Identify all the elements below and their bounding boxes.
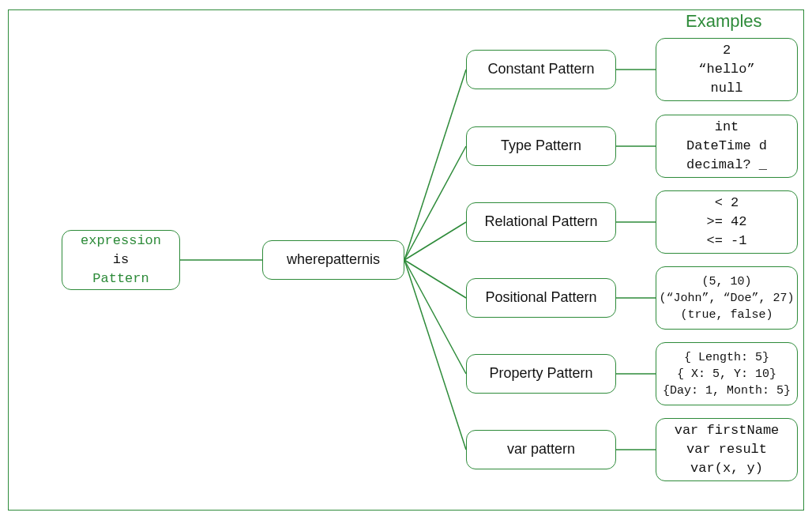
example-line: { X: 5, Y: 10} <box>677 366 776 382</box>
example-relational: < 2 >= 42 <= -1 <box>656 190 798 254</box>
pattern-label: Relational Pattern <box>484 212 597 232</box>
middle-post: is <box>370 250 380 269</box>
example-line: decimal? _ <box>686 156 767 175</box>
example-line: null <box>711 79 743 98</box>
middle-pre: where <box>287 250 325 269</box>
middle-em: pattern <box>325 250 370 269</box>
example-line: {Day: 1, Month: 5} <box>663 382 791 399</box>
example-line: (5, 10) <box>701 273 751 290</box>
pattern-positional: Positional Pattern <box>466 278 616 318</box>
example-line: var result <box>686 440 767 459</box>
example-var: var firstName var result var(x, y) <box>656 418 798 481</box>
example-line: DateTime d <box>686 137 767 156</box>
example-line: <= -1 <box>706 232 746 251</box>
root-expression: expression <box>81 232 161 251</box>
example-line: < 2 <box>715 194 739 213</box>
pattern-label: var pattern <box>507 439 575 459</box>
example-line: 2 <box>723 41 731 60</box>
pattern-relational: Relational Pattern <box>466 202 616 242</box>
root-box: expression is Pattern <box>62 230 180 290</box>
example-line: (true, false) <box>680 307 773 323</box>
pattern-label: Type Pattern <box>501 136 581 156</box>
example-property: { Length: 5} { X: 5, Y: 10} {Day: 1, Mon… <box>656 342 798 405</box>
example-positional: (5, 10) (“John”, “Doe”, 27) (true, false… <box>656 266 798 330</box>
example-constant: 2 “hello” null <box>656 38 798 101</box>
pattern-constant: Constant Pattern <box>466 50 616 89</box>
example-line: >= 42 <box>706 213 746 232</box>
example-line: “hello” <box>698 60 754 79</box>
example-type: int DateTime d decimal? _ <box>656 115 798 178</box>
pattern-label: Property Pattern <box>489 364 592 383</box>
pattern-type: Type Pattern <box>466 126 616 166</box>
examples-heading: Examples <box>686 11 762 32</box>
example-line: int <box>715 118 739 137</box>
middle-box: where pattern is <box>262 240 404 280</box>
pattern-label: Constant Pattern <box>487 59 594 79</box>
example-line: (“John”, “Doe”, 27) <box>659 290 794 307</box>
root-is: is <box>113 251 129 269</box>
example-line: { Length: 5} <box>684 349 769 366</box>
root-pattern: Pattern <box>92 269 148 288</box>
example-line: var firstName <box>675 421 780 440</box>
pattern-label: Positional Pattern <box>485 288 596 307</box>
pattern-property: Property Pattern <box>466 354 616 394</box>
example-line: var(x, y) <box>690 459 763 478</box>
pattern-var: var pattern <box>466 430 616 469</box>
